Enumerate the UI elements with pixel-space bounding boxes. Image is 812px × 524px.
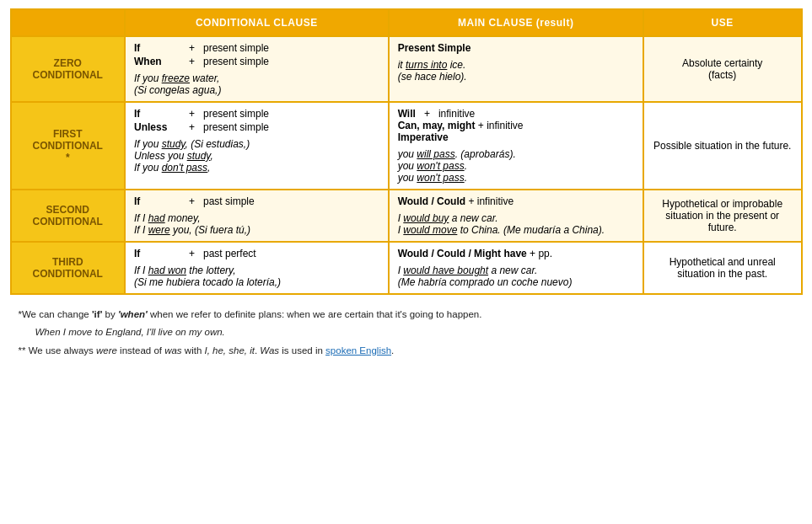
zero-use-text: Absolute certainty(facts): [682, 57, 762, 81]
third-conditional-row: THIRD CONDITIONAL If + past perfect If I…: [11, 242, 802, 294]
conditionals-table: CONDITIONAL CLAUSE MAIN CLAUSE (result) …: [10, 8, 803, 295]
first-cond-example: If you study, (Si estudias,) Unless you …: [134, 138, 379, 174]
main-clause-header: MAIN CLAUSE (result): [389, 9, 643, 36]
third-cond-example: If I had won the lottery, (Si me hubiera…: [134, 265, 379, 288]
zero-when-tense: present simple: [203, 56, 269, 67]
second-main-formula: Would / Could + infinitive: [398, 195, 634, 207]
zero-conditional-row: ZERO CONDITIONAL If + present simple Whe…: [11, 36, 802, 102]
first-use-cell: Possible situation in the future.: [643, 102, 802, 190]
second-main-cell: Would / Could + infinitive I would buy a…: [389, 190, 643, 242]
second-formula-if: If + past simple: [134, 195, 379, 207]
zero-main-formula: Present Simple: [398, 42, 634, 54]
first-cond-cell: If + present simple Unless + present sim…: [125, 102, 389, 190]
second-conditional-label: SECOND CONDITIONAL: [11, 190, 125, 242]
conditional-clause-header: CONDITIONAL CLAUSE: [125, 9, 389, 36]
third-conditional-label: THIRD CONDITIONAL: [11, 242, 125, 294]
zero-cond-example: If you freeze water, (Si congelas agua,): [134, 72, 379, 96]
second-cond-cell: If + past simple If I had money, If I we…: [125, 190, 389, 242]
zero-use-cell: Absolute certainty(facts): [643, 36, 802, 102]
third-formula-if: If + past perfect: [134, 248, 379, 259]
first-conditional-row: FIRST CONDITIONAL* If + present simple U…: [11, 102, 802, 190]
third-use-text: Hypothetical and unreal situation in the…: [669, 256, 776, 280]
note1-text: *We can change 'if' by 'when' when we re…: [19, 307, 794, 322]
third-use-cell: Hypothetical and unreal situation in the…: [643, 242, 802, 294]
zero-formula-if: If + present simple: [134, 42, 379, 54]
use-header: USE: [643, 9, 802, 36]
third-cond-cell: If + past perfect If I had won the lotte…: [125, 242, 389, 294]
zero-main-cell: Present Simple it turns into ice. (se ha…: [389, 36, 643, 102]
zero-cond-cell: If + present simple When + present simpl…: [125, 36, 389, 102]
zero-when-keyword: When: [134, 56, 180, 67]
zero-conditional-label: ZERO CONDITIONAL: [11, 36, 125, 102]
notes-section: *We can change 'if' by 'when' when we re…: [10, 307, 803, 358]
first-formula-unless: Unless + present simple: [134, 121, 379, 133]
second-cond-example: If I had money, If I were you, (Si fuera…: [134, 212, 379, 236]
empty-header: [11, 9, 125, 36]
zero-if-keyword: If: [134, 42, 180, 54]
main-container: CONDITIONAL CLAUSE MAIN CLAUSE (result) …: [10, 8, 803, 358]
zero-if-tense: present simple: [203, 42, 269, 54]
first-formula-if: If + present simple: [134, 108, 379, 120]
first-main-formula: Will + infinitive: [398, 108, 634, 120]
zero-freeze-word: freeze: [162, 72, 190, 84]
second-conditional-row: SECOND CONDITIONAL If + past simple If I…: [11, 190, 802, 242]
note2-text: ** We use always were instead of was wit…: [19, 344, 794, 358]
note1-example: When I move to England, I'll live on my …: [35, 325, 794, 340]
zero-formula-when: When + present simple: [134, 56, 379, 67]
first-main-cell: Will + infinitive Can, may, might + infi…: [389, 102, 643, 190]
second-use-text: Hypothetical or improbable situation in …: [662, 198, 782, 233]
first-conditional-label: FIRST CONDITIONAL*: [11, 102, 125, 190]
first-use-text: Possible situation in the future.: [653, 140, 791, 152]
third-main-formula: Would / Could / Might have + pp.: [398, 248, 634, 259]
second-use-cell: Hypothetical or improbable situation in …: [643, 190, 802, 242]
third-main-cell: Would / Could / Might have + pp. I would…: [389, 242, 643, 294]
